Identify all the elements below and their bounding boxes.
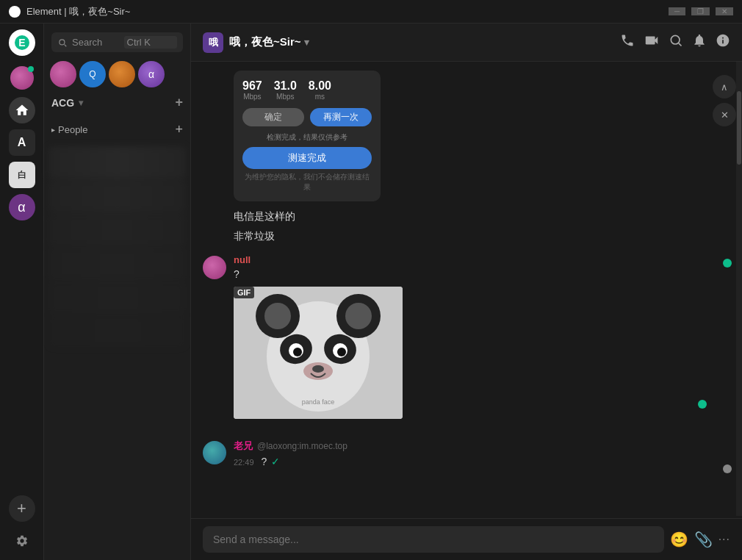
window-title: Element | 哦，夜色~Sir~ [26,5,130,18]
emoji-button[interactable]: 😊 [670,531,688,548]
room-list-item [48,146,186,179]
search-header-icon[interactable] [669,33,683,51]
sender-handle: @laoxong:im.moec.top [257,441,347,451]
scroll-up-button[interactable]: ∧ [713,75,736,98]
search-label: Search [72,37,120,48]
search-shortcut: Ctrl K [124,36,178,49]
retest-button[interactable]: 再测一次 [310,108,372,126]
message-input[interactable] [203,526,664,553]
message-group-laoxong: 老兄 @laoxong:im.moec.top 22:49 ? ✓ [203,439,698,470]
sidebar-item-white[interactable]: 白 [9,162,35,188]
room-list-item [48,180,186,212]
speed-stat-ping: 8.00 ms [309,79,331,101]
svg-line-3 [679,43,682,46]
chevron-right-icon: ▸ [51,126,55,134]
panda-svg: panda face [234,287,403,419]
speed-test-message: 967 Mbps 31.0 Mbps 8.00 ms 确定 [203,71,698,204]
add-space-button[interactable]: + [9,495,35,522]
sender-avatar-null [203,256,226,279]
close-button[interactable]: ✕ [716,7,733,15]
room-name-chevron[interactable]: ▾ [304,37,309,48]
gif-badge: GIF [234,287,254,298]
room-avatar-2[interactable]: Q [79,61,106,87]
phone-icon[interactable] [620,33,635,51]
room-avatar-4[interactable]: α [138,61,165,87]
svg-text:E: E [18,37,25,49]
bell-icon[interactable] [692,33,707,51]
people-header: ▸ People + [44,119,190,140]
svg-point-14 [293,348,302,356]
home-button[interactable] [9,97,35,123]
settings-button[interactable] [9,528,35,554]
blurred-room-list [44,145,190,560]
speed-stats: 967 Mbps 31.0 Mbps 8.00 ms [242,79,372,101]
gif-image: panda face [234,287,403,419]
status-dot-2 [723,464,732,473]
room-list-item [48,315,186,348]
sender-row: 老兄 @laoxong:im.moec.top [234,439,698,454]
sender-name-laoxong: 老兄 [234,439,253,453]
notification-dot [28,66,34,72]
done-button[interactable]: 测速完成 [242,147,372,169]
sidebar-item-a[interactable]: A [9,129,35,156]
room-avatar-1[interactable] [50,61,76,87]
download-unit: Mbps [242,93,262,101]
user-avatar-sidebar[interactable] [9,65,35,91]
room-avatar-3[interactable] [109,61,135,87]
room-avatar: 哦 [203,32,223,53]
message-text-laoxong: ? [262,454,267,470]
speed-stat-upload: 31.0 Mbps [274,79,297,101]
checkmark-icon: ✓ [271,456,280,467]
scrollbar-thumb[interactable] [737,91,741,165]
message-text-1: 电信是这样的 [234,210,295,222]
app-logo[interactable]: E [9,29,35,56]
titlebar: Element | 哦，夜色~Sir~ ─ ❐ ✕ [0,0,742,24]
message-content-laoxong: 老兄 @laoxong:im.moec.top 22:49 ? ✓ [234,439,698,470]
svg-text:panda face: panda face [302,398,335,406]
upload-unit: Mbps [274,93,297,101]
room-name: 哦，夜色~Sir~ ▾ [229,35,309,49]
scrollbar-track[interactable] [736,62,742,516]
speed-footer-text: 为维护您的隐私，我们不会储存测速结果 [242,172,372,193]
people-section: ▸ People + [44,115,190,145]
more-options-button[interactable]: ··· [718,533,730,546]
svg-point-2 [671,35,680,44]
sidebar-left: E A 白 α + [0,24,44,560]
text-message-1: 电信是这样的 [203,209,698,224]
dismiss-button[interactable]: ✕ [713,103,736,126]
message-content-null: null ? GIF [234,254,698,422]
sidebar-item-alpha[interactable]: α [9,194,35,220]
room-list-item [48,214,186,246]
chevron-down-icon: ▾ [79,98,83,108]
speed-btn-row: 确定 再测一次 [242,108,372,126]
confirm-button[interactable]: 确定 [242,108,304,126]
attachment-button[interactable]: 📎 [694,531,713,548]
maximize-button[interactable]: ❐ [691,7,710,15]
panel-header: Search Ctrl K [44,24,190,58]
group-header-acg[interactable]: ACG ▾ + [44,90,190,115]
svg-point-8 [264,303,291,329]
sender-name-null: null [234,254,698,265]
message-group-null: null ? GIF [203,254,698,422]
message-text-null: ? [234,267,698,282]
float-buttons: ∧ ✕ [713,75,736,126]
add-room-button[interactable]: + [175,95,183,110]
gif-message: GIF [234,287,403,419]
chat-input-bar: 😊 📎 ··· [191,518,742,560]
speed-progress-text: 检测完成，结果仅供参考 [242,132,372,143]
room-avatars-row: Q α [44,58,190,90]
message-timestamp: 22:49 [234,458,254,467]
message-text-2: 非常垃圾 [234,230,275,242]
info-icon[interactable] [716,33,730,51]
people-toggle[interactable]: ▸ People [51,124,87,135]
add-person-button[interactable]: + [175,122,183,137]
header-actions [620,32,730,52]
text-message-2: 非常垃圾 [203,229,698,244]
video-icon[interactable] [644,32,660,52]
ping-speed: 8.00 [309,79,331,93]
room-list-item [48,281,186,314]
search-bar[interactable]: Search Ctrl K [51,32,183,52]
minimize-button[interactable]: ─ [669,7,685,15]
search-icon [57,37,68,48]
message-row: 22:49 ? ✓ [234,454,698,470]
